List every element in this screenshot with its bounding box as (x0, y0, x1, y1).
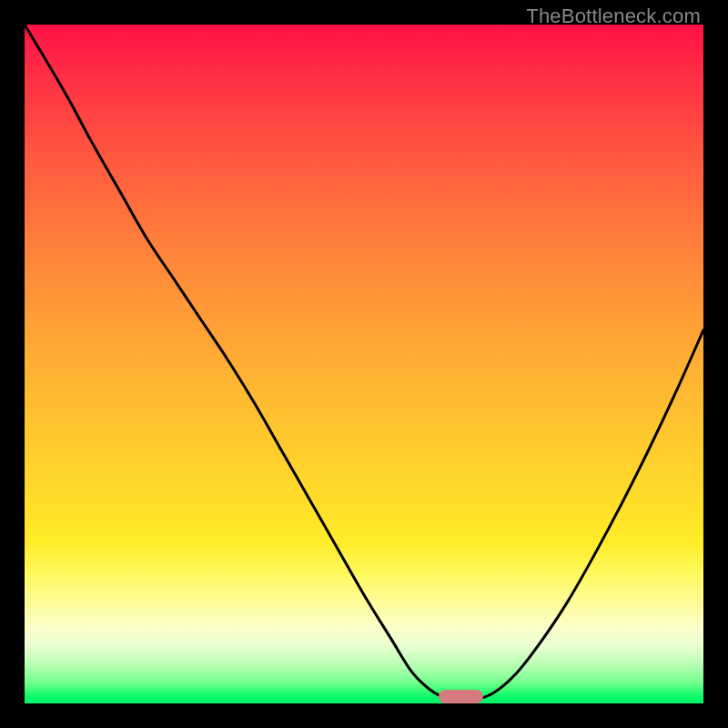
optimum-marker (439, 690, 482, 703)
plot-area (25, 25, 703, 703)
curve-path (25, 25, 703, 701)
watermark-text: TheBottleneck.com (526, 5, 701, 28)
chart-frame: TheBottleneck.com (0, 0, 728, 728)
bottleneck-curve (25, 25, 703, 703)
